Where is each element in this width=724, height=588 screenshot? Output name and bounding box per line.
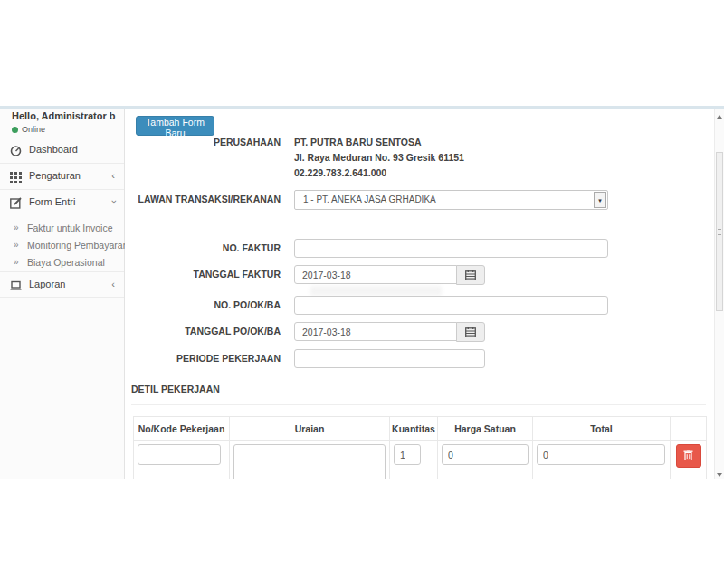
sidebar-item-dashboard[interactable]: Dashboard <box>0 138 124 164</box>
periode-pekerjaan-input[interactable] <box>294 349 485 368</box>
sidebar-subitem-label: Monitoring Pembayaran <box>27 240 128 251</box>
no-faktur-input[interactable] <box>294 239 608 258</box>
lawan-transaksi-select[interactable]: 1 - PT. ANEKA JASA GRHADIKA ▾ <box>294 190 608 210</box>
user-greeting: Hello, Administrator b <box>12 110 116 121</box>
main-content: Tambah Form Baru PERUSAHAAN PT. PUTRA BA… <box>125 109 714 479</box>
scrollbar-up-arrow-icon[interactable] <box>717 115 722 119</box>
select-dropdown-arrow-icon: ▾ <box>594 192 606 208</box>
no-faktur-label: NO. FAKTUR <box>125 242 281 253</box>
tanggal-po-label: TANGGAL PO/OK/BA <box>125 326 281 337</box>
sidebar-subitem-biaya-operasional[interactable]: » Biaya Operasional <box>0 254 124 271</box>
sidebar-item-form-entri[interactable]: Form Entri ‹ <box>0 190 124 215</box>
vertical-scrollbar[interactable] <box>714 109 724 479</box>
tanggal-po-input[interactable] <box>294 322 457 341</box>
sidebar: Hello, Administrator b Online Dashboard … <box>0 109 125 479</box>
chevron-left-icon: ‹ <box>111 170 115 181</box>
angle-double-right-icon: » <box>14 223 19 232</box>
sidebar-item-label: Form Entri <box>29 196 75 207</box>
scrollbar-thumb[interactable] <box>716 152 723 311</box>
chevron-left-icon: ‹ <box>111 279 115 289</box>
online-status: Online <box>12 125 45 134</box>
sidebar-item-pengaturan[interactable]: Pengaturan ‹ <box>0 164 124 190</box>
tanggal-faktur-calendar-addon[interactable] <box>456 265 485 285</box>
detil-pekerjaan-table: No/Kode Pekerjaan Uraian Kuantitas Harga… <box>133 416 707 479</box>
sidebar-item-label: Pengaturan <box>29 170 81 181</box>
trash-icon <box>683 450 693 460</box>
sidebar-item-label: Dashboard <box>29 144 78 155</box>
total-input[interactable] <box>537 444 665 465</box>
dashboard-icon <box>10 144 22 160</box>
col-header-actions <box>671 417 707 441</box>
delete-row-button[interactable] <box>676 444 701 468</box>
uraian-textarea[interactable] <box>233 444 386 479</box>
online-status-icon <box>12 127 18 133</box>
detil-pekerjaan-title: DETIL PEKERJAAN <box>131 384 220 394</box>
sidebar-subitem-label: Faktur untuk Invoice <box>27 223 113 233</box>
chevron-down-icon: ‹ <box>108 200 119 204</box>
divider <box>131 404 706 405</box>
table-row <box>134 441 707 479</box>
kode-pekerjaan-input[interactable] <box>138 444 221 465</box>
sidebar-item-label: Laporan <box>29 279 65 289</box>
angle-double-right-icon: » <box>14 257 19 267</box>
scrollbar-down-arrow-icon[interactable] <box>717 473 722 477</box>
harga-satuan-input[interactable] <box>442 444 529 465</box>
lawan-transaksi-selected-value: 1 - PT. ANEKA JASA GRHADIKA <box>303 194 436 204</box>
no-po-label: NO. PO/OK/BA <box>125 299 281 310</box>
tanggal-faktur-label: TANGGAL FAKTUR <box>125 269 281 280</box>
kuantitas-input[interactable] <box>394 444 421 465</box>
sidebar-subitem-monitoring-pembayaran[interactable]: » Monitoring Pembayaran <box>0 237 124 254</box>
periode-pekerjaan-label: PERIODE PEKERJAAN <box>125 353 281 364</box>
perusahaan-name: PT. PUTRA BARU SENTOSA <box>294 137 422 147</box>
laptop-icon <box>10 279 22 295</box>
app-window: Hello, Administrator b Online Dashboard … <box>0 106 724 479</box>
online-status-label: Online <box>22 125 45 134</box>
calendar-icon <box>465 327 476 337</box>
table-header-row: No/Kode Pekerjaan Uraian Kuantitas Harga… <box>134 417 707 441</box>
tanggal-faktur-input[interactable] <box>294 265 457 284</box>
edit-icon <box>10 196 22 213</box>
screenshot-canvas: Hello, Administrator b Online Dashboard … <box>0 0 724 588</box>
lawan-transaksi-label: LAWAN TRANSAKSI/REKANAN <box>125 194 281 204</box>
sidebar-subitem-label: Biaya Operasional <box>27 257 105 268</box>
tambah-form-baru-button[interactable]: Tambah Form Baru <box>136 116 214 136</box>
calendar-icon <box>465 270 476 280</box>
col-header-total: Total <box>533 417 671 441</box>
no-po-input[interactable] <box>294 296 608 315</box>
sidebar-subitem-faktur-untuk-invoice[interactable]: » Faktur untuk Invoice <box>0 220 124 237</box>
watermark <box>310 286 442 296</box>
grid-icon <box>10 170 22 186</box>
perusahaan-address: Jl. Raya Meduran No. 93 Gresik 61151 <box>294 152 464 163</box>
sidebar-item-laporan[interactable]: Laporan ‹ <box>0 271 124 298</box>
col-header-kuantitas: Kuantitas <box>390 417 438 441</box>
col-header-kode: No/Kode Pekerjaan <box>134 417 230 441</box>
user-panel: Hello, Administrator b Online <box>0 109 124 138</box>
tanggal-po-calendar-addon[interactable] <box>456 322 485 342</box>
perusahaan-npwp: 02.229.783.2.641.000 <box>294 167 386 178</box>
scrollbar-grip <box>718 229 721 230</box>
col-header-harga-satuan: Harga Satuan <box>438 417 533 441</box>
col-header-uraian: Uraian <box>230 417 390 441</box>
angle-double-right-icon: » <box>14 240 19 250</box>
perusahaan-label: PERUSAHAAN <box>125 137 281 147</box>
